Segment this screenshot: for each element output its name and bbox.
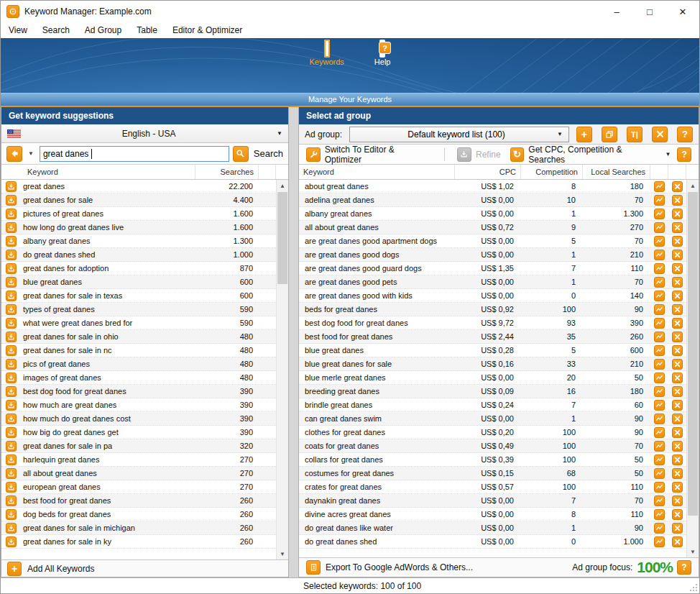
add-keyword-icon[interactable] (6, 482, 17, 493)
keyword-row[interactable]: are great danes good dogs US$ 0,00 1 210 (299, 248, 686, 262)
keyword-row[interactable]: blue great danes for sale US$ 0,16 33 21… (299, 357, 686, 371)
add-keyword-icon[interactable] (6, 427, 17, 438)
suggestion-row[interactable]: great danes for sale in texas 600 (1, 289, 276, 303)
add-keyword-icon[interactable] (6, 304, 17, 315)
trend-chart-icon[interactable] (654, 413, 665, 424)
suggestion-row[interactable]: great danes for sale in nc 480 (1, 344, 276, 357)
add-keyword-icon[interactable] (6, 318, 17, 329)
keyword-row[interactable]: about great danes US$ 1,02 8 180 (299, 180, 686, 193)
suggestion-row[interactable]: albany great danes 1.300 (1, 234, 276, 248)
suggestion-row[interactable]: great danes for sale 4.400 (1, 193, 276, 207)
delete-ad-group-button[interactable] (652, 127, 668, 142)
scroll-up-icon[interactable]: ▲ (277, 180, 288, 191)
remove-keyword-icon[interactable] (672, 304, 683, 315)
remove-keyword-icon[interactable] (672, 345, 683, 356)
col-local-searches[interactable]: Local Searches (583, 165, 650, 179)
keyword-row[interactable]: adelina great danes US$ 0,00 10 70 (299, 193, 686, 207)
suggestion-row[interactable]: how much do great danes cost 390 (1, 412, 276, 426)
suggestion-row[interactable]: european great danes 270 (1, 480, 276, 494)
add-keyword-icon[interactable] (6, 291, 17, 301)
add-keyword-icon[interactable] (6, 468, 17, 479)
keyword-row[interactable]: daynakin great danes US$ 0,00 7 70 (299, 494, 686, 508)
trend-chart-icon[interactable] (654, 332, 665, 342)
keyword-row[interactable]: do great danes shed US$ 0,00 0 1.000 (299, 535, 686, 549)
search-button[interactable] (233, 146, 249, 162)
add-keyword-icon[interactable] (6, 509, 17, 520)
trend-chart-icon[interactable] (654, 400, 665, 411)
remove-keyword-icon[interactable] (672, 318, 683, 329)
suggestion-row[interactable]: how long do great danes live 1.600 (1, 221, 276, 234)
suggestion-row[interactable]: blue great danes 600 (1, 275, 276, 289)
ad-group-help-button[interactable]: ? (677, 127, 693, 142)
trend-chart-icon[interactable] (654, 427, 665, 438)
suggestion-row[interactable]: dog beds for great danes 260 (1, 508, 276, 521)
scroll-down-icon[interactable]: ▼ (687, 546, 699, 557)
resize-grip[interactable] (690, 584, 697, 591)
keywords-nav-button[interactable]: Keywords (310, 42, 344, 93)
minimize-button[interactable]: – (600, 1, 633, 22)
close-button[interactable]: ✕ (666, 1, 699, 22)
suggestion-row[interactable]: types of great danes 590 (1, 303, 276, 316)
add-all-plus-icon[interactable]: + (7, 562, 22, 576)
trend-chart-icon[interactable] (654, 209, 665, 219)
back-history-dropdown-arrow[interactable]: ▼ (26, 150, 36, 157)
col-keyword[interactable]: Keyword (20, 165, 195, 179)
keyword-row[interactable]: can great danes swim US$ 0,00 1 90 (299, 412, 686, 426)
add-keyword-icon[interactable] (6, 222, 17, 233)
add-keyword-icon[interactable] (6, 195, 17, 206)
remove-keyword-icon[interactable] (672, 495, 683, 506)
add-keyword-icon[interactable] (6, 386, 17, 397)
trend-chart-icon[interactable] (654, 536, 665, 547)
trend-chart-icon[interactable] (654, 250, 665, 260)
switch-editor-button[interactable]: Switch To Editor & Optimizer (306, 145, 432, 165)
trend-chart-icon[interactable] (654, 468, 665, 479)
keyword-row[interactable]: collars for great danes US$ 0,39 100 50 (299, 453, 686, 467)
suggestions-scrollbar[interactable]: ▲ ▼ (276, 180, 288, 559)
language-dropdown-arrow[interactable]: ▼ (277, 130, 282, 137)
menu-ad-group[interactable]: Ad Group (83, 24, 123, 37)
scrollbar-thumb[interactable] (277, 192, 287, 284)
suggestion-row[interactable]: images of great danes 480 (1, 371, 276, 385)
suggestion-row[interactable]: great danes for adoption 870 (1, 262, 276, 275)
keyword-row[interactable]: costumes for great danes US$ 0,15 68 50 (299, 467, 686, 480)
remove-keyword-icon[interactable] (672, 400, 683, 411)
keyword-row[interactable]: breeding great danes US$ 0,09 16 180 (299, 385, 686, 398)
suggestion-row[interactable]: how much are great danes 390 (1, 398, 276, 412)
back-button[interactable] (6, 146, 22, 162)
trend-chart-icon[interactable] (654, 195, 665, 206)
menu-search[interactable]: Search (41, 24, 71, 37)
trend-chart-icon[interactable] (654, 318, 665, 329)
add-keyword-icon[interactable] (6, 250, 17, 260)
refine-button[interactable]: Refine (457, 147, 501, 162)
add-keyword-icon[interactable] (6, 345, 17, 356)
suggestion-row[interactable]: how big do great danes get 390 (1, 426, 276, 439)
col-keyword[interactable]: Keyword (299, 165, 455, 179)
add-keyword-icon[interactable] (6, 454, 17, 465)
keyword-row[interactable]: best dog food for great danes US$ 9,72 9… (299, 316, 686, 330)
remove-keyword-icon[interactable] (672, 195, 683, 206)
keyword-row[interactable]: are great danes good apartment dogs US$ … (299, 234, 686, 248)
add-keyword-icon[interactable] (6, 523, 17, 534)
ad-group-dropdown-arrow[interactable]: ▼ (557, 131, 563, 137)
scroll-down-icon[interactable]: ▼ (277, 548, 288, 559)
keyword-row[interactable]: crates for great danes US$ 0,57 100 110 (299, 480, 686, 494)
trend-chart-icon[interactable] (654, 359, 665, 370)
trend-chart-icon[interactable] (654, 277, 665, 288)
add-all-label[interactable]: Add All Keywords (27, 564, 94, 574)
trend-chart-icon[interactable] (654, 304, 665, 315)
add-keyword-icon[interactable] (6, 359, 17, 370)
trend-chart-icon[interactable] (654, 523, 665, 534)
search-input[interactable] (40, 146, 229, 162)
scroll-up-icon[interactable]: ▲ (687, 180, 699, 191)
suggestion-row[interactable]: pictures of great danes 1.600 (1, 207, 276, 221)
menu-editor-optimizer[interactable]: Editor & Optimizer (171, 24, 244, 37)
keyword-row[interactable]: brindle great danes US$ 0,24 7 60 (299, 398, 686, 412)
trend-chart-icon[interactable] (654, 263, 665, 274)
remove-keyword-icon[interactable] (672, 413, 683, 424)
trend-chart-icon[interactable] (654, 454, 665, 465)
remove-keyword-icon[interactable] (672, 209, 683, 219)
remove-keyword-icon[interactable] (672, 523, 683, 534)
suggestion-row[interactable]: great danes 22.200 (1, 180, 276, 193)
remove-keyword-icon[interactable] (672, 181, 683, 192)
add-keyword-icon[interactable] (6, 277, 17, 288)
